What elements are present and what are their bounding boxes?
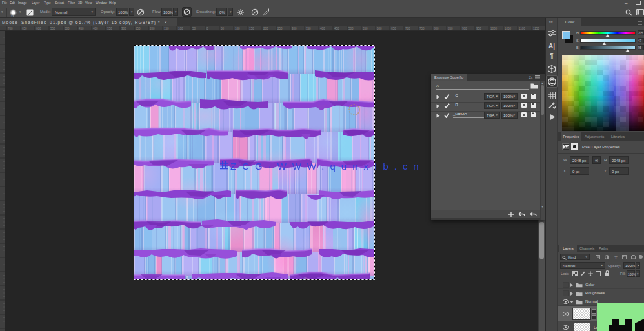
svg-text:650: 650 <box>22 27 27 30</box>
svg-text:700: 700 <box>405 27 410 30</box>
svg-text:750: 750 <box>419 27 425 30</box>
svg-text:0: 0 <box>206 27 208 30</box>
svg-text:950: 950 <box>476 27 481 30</box>
svg-text:500: 500 <box>348 27 354 30</box>
svg-text:200: 200 <box>150 27 155 30</box>
svg-text:1150: 1150 <box>533 27 539 30</box>
svg-text:550: 550 <box>50 27 55 30</box>
svg-text:350: 350 <box>306 27 311 30</box>
svg-text:800: 800 <box>434 27 439 30</box>
svg-text:700: 700 <box>8 27 13 30</box>
svg-text:300: 300 <box>121 27 126 30</box>
svg-text:450: 450 <box>79 27 84 30</box>
svg-text:100: 100 <box>178 27 183 30</box>
svg-text:150: 150 <box>164 27 169 30</box>
svg-text:ZCG·WWW.qunxfb.cn: ZCG·WWW.qunxfb.cn <box>230 161 425 172</box>
svg-text:50: 50 <box>192 27 196 30</box>
svg-text:850: 850 <box>448 27 453 30</box>
svg-text:400: 400 <box>320 27 325 30</box>
svg-text:200: 200 <box>263 27 268 30</box>
svg-text:250: 250 <box>277 27 283 30</box>
svg-text:250: 250 <box>136 27 141 30</box>
svg-text:450: 450 <box>334 27 339 30</box>
svg-text:1100: 1100 <box>519 27 525 30</box>
svg-text:600: 600 <box>377 27 382 30</box>
svg-text:300: 300 <box>292 27 297 30</box>
svg-text:900: 900 <box>462 27 467 30</box>
svg-text:650: 650 <box>391 27 396 30</box>
svg-text:150: 150 <box>249 27 254 30</box>
svg-text:T: T <box>614 255 618 261</box>
svg-text:50: 50 <box>221 27 225 30</box>
svg-text:600: 600 <box>36 27 41 30</box>
svg-text:350: 350 <box>107 27 112 30</box>
svg-text:100: 100 <box>235 27 240 30</box>
svg-text:550: 550 <box>363 27 368 30</box>
svg-text:400: 400 <box>93 27 98 30</box>
svg-text:500: 500 <box>65 27 70 30</box>
